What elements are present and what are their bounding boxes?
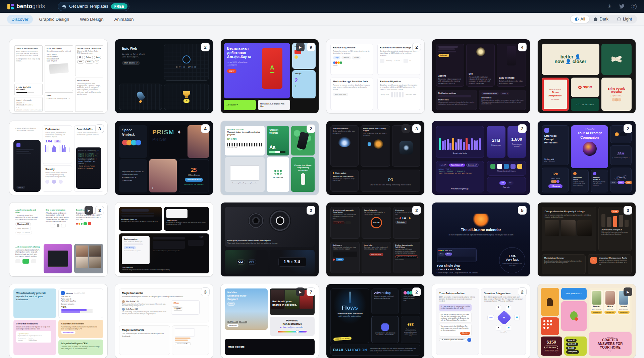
tile-row: Emily Tam ▸ 2:12 <box>122 308 168 311</box>
tile-text: web developer. <box>122 55 139 58</box>
filter-light[interactable]: Light <box>613 15 636 23</box>
tile-text: Elisa <box>607 305 613 308</box>
get-templates-button[interactable]: Get Bento Templates FREE <box>58 2 129 11</box>
tile-pill: Adjust tier <box>460 332 470 334</box>
decor-box <box>51 224 55 227</box>
tile-text: Aa <box>269 144 275 150</box>
filter-all[interactable]: All <box>571 15 590 23</box>
tile-text: $12.99 <box>227 137 237 141</box>
tile-group: ❄ <box>514 315 520 320</box>
design-card-6[interactable]: better 👤now 👤 closer24 Mar 09:00-10:00Te… <box>538 39 636 113</box>
card-tile: What's NewExtended RAWSupport40%Sony A7R… <box>225 288 268 330</box>
tile-text: Automatically enrich your customers prof… <box>61 326 101 330</box>
tile-text: 10:00 - 10:30 am · Weekly sync <box>124 241 148 242</box>
decor-box <box>278 331 307 332</box>
design-card-16[interactable]: Scenarios made easy with Taipy Studio.A … <box>326 203 424 276</box>
tile-text: Support <box>227 298 238 301</box>
design-card-13[interactable]: ...ously crisp audio and video...streams… <box>9 203 107 276</box>
video-play-badge: ▶ <box>296 43 305 51</box>
tile-text: Explore datasets with TalkToTaipy. <box>395 244 418 249</box>
tile-text: Team Adaptation <box>545 91 566 97</box>
tile-text: Accurate transcription in over 40 langua… <box>122 296 184 298</box>
design-card-9[interactable]: UPGRADE DISCOUNTUpgrade today to enable … <box>221 121 319 195</box>
tile-pill: PHP <box>77 60 84 63</box>
design-card-18[interactable]: Comprehensive Property ListingsList or b… <box>538 203 636 276</box>
tab-graphic-design[interactable]: Graphic Design <box>35 15 74 24</box>
decor-box <box>543 320 545 322</box>
tile-text: technexus <box>273 176 283 179</box>
dots-graphic <box>612 98 621 101</box>
tile-pill: Handyman 6 <box>566 350 579 354</box>
decor-box <box>183 91 190 96</box>
design-card-1[interactable]: SIMPLE AND POWERFULFrom notebook to prod… <box>9 39 107 113</box>
theme-toggle-icon[interactable]: ☀ <box>607 4 612 9</box>
design-card-2[interactable]: Epic WebBecome a full stackweb developer… <box>115 39 213 113</box>
free-badge: FREE <box>111 3 128 9</box>
tile-pill: Get started <box>395 221 408 224</box>
twitter-icon[interactable] <box>619 4 625 9</box>
tile-text: ...ously crisp audio and video <box>15 209 40 214</box>
tile-text: Marketplace Synergy <box>544 257 565 260</box>
card-badges: 2 <box>518 124 527 133</box>
tile-text: FREE <box>47 94 52 96</box>
tab-web-design[interactable]: Web Design <box>75 15 108 24</box>
card-tile: ♪ <box>149 159 177 192</box>
design-card-5[interactable]: AutomateActionsStreamline inbox manageme… <box>432 39 530 113</box>
design-card-20[interactable]: Magic transcribeAccurate transcription i… <box>115 284 213 358</box>
tile-group: ✳ <box>496 305 501 310</box>
design-card-15[interactable]: Boost your performance with instant read… <box>221 203 319 276</box>
design-card-23[interactable]: True Auto-resolution100% generative resp… <box>432 284 530 358</box>
design-card-8[interactable]: SpaceGroteskPRISM✦PRISMTry Prism and unl… <box>115 121 213 195</box>
design-card-14[interactable]: Keyboard shortcuts.Work efficiently with… <box>115 203 213 276</box>
tile-text: Switch easily between the inbox and plat… <box>499 80 524 84</box>
variant-count-badge: 3 <box>95 124 104 133</box>
filter-dark[interactable]: Dark <box>589 15 612 23</box>
video-play-badge: ▶ <box>401 124 410 133</box>
design-card-17[interactable]: The all-in-one calendardo more impactful… <box>432 203 530 276</box>
tile-pill: Connect API <box>466 164 479 167</box>
tile-pill: Ok, how do I get to the next tier? <box>439 338 467 342</box>
tile-text: Clients for JS, Python, Ruby, PHP, Java … <box>77 50 102 54</box>
card-tile: Smart rate limits <box>436 126 484 158</box>
design-card-7[interactable]: a aliqua ad ad non deserunt ...am cupida… <box>9 121 107 195</box>
brand-title[interactable]: bentogrids <box>16 3 45 10</box>
design-card-10[interactable]: data transformation.Define pipelines, we… <box>326 121 424 195</box>
design-card-19[interactable]: We automatically generate reports for ea… <box>9 284 107 358</box>
design-card-3[interactable]: БесплатнаядебетоваяАльфа-Карта...к до 10… <box>221 39 319 113</box>
design-card-21[interactable]: What's NewExtended RAWSupport40%Sony A7R… <box>221 284 319 358</box>
card-tile: FlowsStreamline your marketingwith power… <box>330 288 370 343</box>
tile-text: Data per day <box>491 144 501 146</box>
tile-text: Invite your entire team at no extra cost… <box>404 296 418 302</box>
variant-count-badge: 2 <box>518 287 527 296</box>
tile-text: Boost your performance with instant read… <box>227 239 272 242</box>
design-card-4[interactable]: Reduce Log VolumeReduce log volume by 40… <box>326 39 424 113</box>
tab-discover[interactable]: Discover <box>7 15 33 24</box>
tile-text: ...takes one click to switch who's shari… <box>15 249 40 257</box>
card-tile: EMAIL VALIDATIONBento's Spam API monitor… <box>330 345 421 356</box>
card-tile: Bring PeopleTogether[ sync.com ] <box>601 78 632 111</box>
tile-pill: Gardener 8 <box>566 343 578 346</box>
design-card-24[interactable]: Post your task →Daniel● 4.2 | HandymanCo… <box>538 284 636 358</box>
help-icon[interactable]: ? <box>631 4 637 9</box>
tile-row: 1.04-22% <box>45 139 69 144</box>
design-card-12[interactable]: EffortlessPromptPerfection14 days triala… <box>538 121 636 195</box>
decor-box <box>296 330 299 333</box>
tile-text: We automatically generate reports for ea… <box>16 292 53 301</box>
design-card-22[interactable]: FlowsStreamline your marketingwith power… <box>326 284 424 358</box>
tab-animation[interactable]: Animation <box>110 15 138 24</box>
design-card-11[interactable]: Smart rate limits2TBData per day1,600Req… <box>432 121 530 195</box>
card-badges: 2 <box>518 287 527 296</box>
tile-text: Blazingly accurate multi-touch attributi… <box>374 296 396 299</box>
decor-box <box>467 338 471 342</box>
card-tile: I'll be in touch <box>571 98 599 111</box>
tile-text: ✳ Magic <box>173 302 198 304</box>
decor-box <box>550 320 552 322</box>
decor-box <box>583 142 597 156</box>
tile-text: Alerting and reprocessing. <box>333 175 354 177</box>
tile-text: Work efficiently with instant access to … <box>121 221 158 223</box>
decor-box <box>269 151 275 153</box>
tile-row: Status update <box>333 172 357 174</box>
decor-box <box>438 51 457 52</box>
tile-text: a aliqua ad ad non deserunt ...am cupida… <box>15 127 39 132</box>
variant-count-badge: 3 <box>412 124 421 133</box>
